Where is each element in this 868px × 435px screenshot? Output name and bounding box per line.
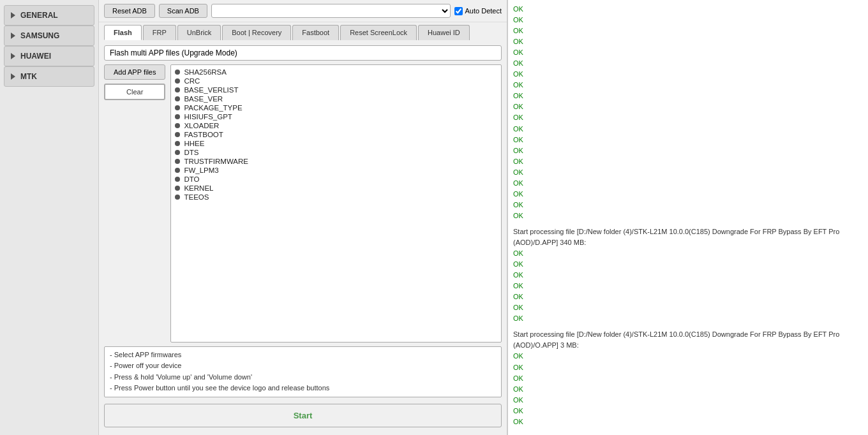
tab-unbrick[interactable]: UnBrick [177,25,221,40]
log-ok: OK [513,374,523,382]
log-line: OK [513,156,863,167]
sidebar-item-samsung[interactable]: SAMSUNG [4,26,94,46]
log-ok: OK [513,70,523,78]
file-item-label: HHEE [184,140,204,147]
log-line: OK [513,406,863,417]
log-line: Start processing file [D:/New folder (4)… [513,226,863,248]
log-line: OK [513,26,863,36]
log-gap [513,324,863,329]
log-ok: OK [513,158,523,165]
log-ok: OK [513,260,523,268]
mode-select[interactable]: Flash multi APP files (Upgrade Mode) [104,45,502,61]
sidebar: GENERALSAMSUNGHUAWEIMTK [0,0,99,435]
log-line: OK [513,69,863,80]
tab-huawei_id[interactable]: Huawei ID [418,25,470,40]
file-item-label: SHA256RSA [184,68,226,76]
list-item: HISIUFS_GPT [175,112,497,121]
file-item-label: KERNEL [184,184,213,192]
log-line: OK [513,259,863,270]
log-line: OK [513,167,863,178]
reset-adb-button[interactable]: Reset ADB [104,4,155,18]
file-buttons: Add APP files Clear [104,64,165,343]
log-ok: OK [513,212,523,219]
tab-flash[interactable]: Flash [104,25,142,40]
log-ok: OK [513,103,523,110]
sidebar-item-mtk[interactable]: MTK [4,66,94,87]
scan-adb-button[interactable]: Scan ADB [159,4,207,18]
start-button[interactable]: Start [104,404,502,427]
tab-boot_recovery[interactable]: Boot | Recovery [222,25,291,40]
file-item-label: BASE_VER [184,95,223,103]
list-item: TEEOS [175,193,497,202]
tab-reset_screenlock[interactable]: Reset ScreenLock [340,25,417,40]
list-item: DTO [175,175,497,184]
log-ok: OK [513,136,523,144]
start-btn-container: Start [104,401,502,430]
log-ok: OK [513,271,523,279]
log-line: OK [513,248,863,259]
log-line: OK [513,4,863,15]
sidebar-item-general[interactable]: GENERAL [4,5,94,26]
log-line: OK [513,384,863,395]
log-line: OK [513,351,863,362]
log-ok: OK [513,282,523,290]
log-line: OK [513,112,863,123]
log-ok: OK [513,168,523,176]
chevron-right-icon [11,33,15,39]
list-item: HHEE [175,139,497,148]
log-ok: OK [513,364,523,371]
instructions: - Select APP firmwares- Power off your d… [104,346,502,397]
file-area: Add APP files Clear SHA256RSACRCBASE_VER… [104,64,502,343]
log-line: OK [513,47,863,58]
file-item-label: HISIUFS_GPT [184,113,232,121]
log-text: Start processing file [D:/New folder (4)… [513,330,839,349]
log-line: OK [513,302,863,313]
log-ok: OK [513,304,523,311]
log-line: OK [513,210,863,221]
log-ok: OK [513,5,523,13]
sidebar-item-huawei[interactable]: HUAWEI [4,46,94,66]
top-bar: Reset ADB Scan ADB Auto Detect [99,0,507,22]
log-ok: OK [513,418,523,425]
file-item-label: FASTBOOT [184,131,223,138]
log-line: OK [513,362,863,373]
instruction-line: - Press & hold 'Volume up' and 'Volume d… [110,372,496,383]
list-item: CRC [175,77,497,85]
auto-detect-checkbox[interactable] [454,7,463,15]
bullet-icon [175,123,180,128]
log-ok: OK [513,59,523,67]
log-line: OK [513,178,863,189]
bullet-icon [175,195,180,200]
sidebar-item-label: HUAWEI [20,52,51,61]
add-app-button[interactable]: Add APP files [104,64,165,80]
sidebar-item-label: MTK [20,72,37,81]
log-line: OK [513,281,863,291]
list-item: PACKAGE_TYPE [175,103,497,112]
file-item-label: PACKAGE_TYPE [184,104,242,112]
mode-dropdown-row: Flash multi APP files (Upgrade Mode) [104,45,502,61]
tab-frp[interactable]: FRP [143,25,176,40]
file-item-label: DTO [184,175,199,183]
log-ok: OK [513,147,523,154]
log-panel: OKOKOKOKOKOKOKOKOKOKOKOKOKOKOKOKOKOKOKOK… [507,0,868,435]
bullet-icon [175,78,180,84]
port-select[interactable] [211,4,451,18]
log-ok: OK [513,114,523,121]
log-line: OK [513,135,863,145]
log-line: OK [513,101,863,112]
log-ok: OK [513,249,523,257]
bullet-icon [175,87,180,92]
clear-button[interactable]: Clear [104,84,165,100]
sidebar-item-label: GENERAL [20,11,58,20]
log-ok: OK [513,201,523,209]
chevron-right-icon [11,73,15,80]
file-item-label: FW_LPM3 [184,166,218,174]
log-text: Start processing file [D:/New folder (4)… [513,228,839,246]
bullet-icon [175,168,180,173]
bullet-icon [175,150,180,155]
tab-fastboot[interactable]: Fastboot [292,25,339,40]
log-ok: OK [513,396,523,404]
bullet-icon [175,105,180,110]
log-line: OK [513,189,863,200]
log-line: OK [513,417,863,427]
